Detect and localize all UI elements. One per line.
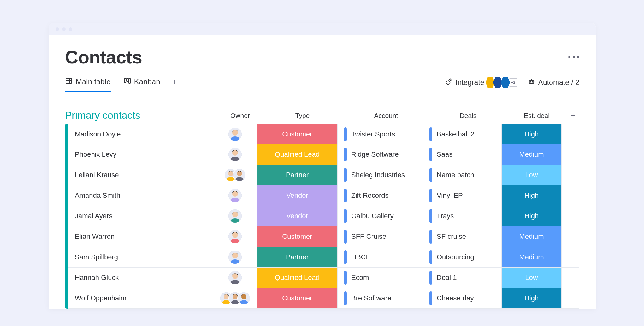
link-indicator-icon	[344, 189, 347, 202]
add-column-button[interactable]: +	[567, 111, 579, 120]
cell-est-deal[interactable]: Medium	[502, 226, 562, 247]
cell-owner[interactable]	[213, 247, 257, 267]
cell-account[interactable]: Bre Software	[338, 288, 424, 308]
tab-main-table[interactable]: Main table	[65, 77, 111, 92]
avatar	[237, 292, 251, 305]
cell-est-deal[interactable]: Low	[502, 165, 562, 185]
contacts-table: Madison DoyleCustomerTwister SportsBaske…	[68, 124, 579, 309]
link-indicator-icon	[429, 209, 432, 223]
table-row[interactable]: Jamal AyersVendorGalbu GalleryTraysHigh	[68, 206, 579, 226]
cell-owner[interactable]	[213, 206, 257, 226]
cell-owner[interactable]	[213, 185, 257, 206]
table-row[interactable]: Amanda SmithVendorZift RecordsVinyl EPHi…	[68, 185, 579, 206]
cell-account[interactable]: Twister Sports	[338, 124, 424, 144]
cell-type[interactable]: Customer	[257, 288, 338, 308]
cell-type[interactable]: Qualified Lead	[257, 144, 338, 165]
avatar	[228, 128, 242, 141]
cell-name[interactable]: Leilani Krause	[68, 165, 213, 185]
table-row[interactable]: Elian WarrenCustomerSFF CruiseSF cruiseM…	[68, 226, 579, 247]
cell-est-deal[interactable]: High	[502, 206, 562, 226]
cell-deals[interactable]: Basketball 2	[424, 124, 502, 144]
page-title: Contacts	[65, 46, 142, 68]
column-header-deals[interactable]: Deals	[429, 112, 507, 119]
table-row[interactable]: Wolf OppenhaimCustomerBre SoftwareCheese…	[68, 288, 579, 309]
cell-deals[interactable]: Name patch	[424, 165, 502, 185]
cell-deals[interactable]: Deal 1	[424, 268, 502, 288]
tab-kanban[interactable]: Kanban	[123, 77, 160, 92]
cell-type[interactable]: Partner	[257, 165, 338, 185]
cell-deals[interactable]: Saas	[424, 144, 502, 165]
cell-deals[interactable]: Cheese day	[424, 288, 502, 308]
group-title[interactable]: Primary contacts	[65, 110, 140, 121]
link-indicator-icon	[344, 209, 347, 223]
cell-account[interactable]: Zift Records	[338, 185, 424, 206]
cell-owner[interactable]	[213, 165, 257, 185]
column-header-est-deal[interactable]: Est. deal	[507, 112, 567, 119]
cell-est-deal[interactable]: High	[502, 288, 562, 308]
link-indicator-icon	[429, 291, 432, 305]
cell-account[interactable]: Sheleg Industries	[338, 165, 424, 185]
cell-trailing	[562, 247, 579, 267]
table-row[interactable]: Phoenix LevyQualified LeadRidge Software…	[68, 144, 579, 165]
link-indicator-icon	[429, 148, 432, 161]
table-row[interactable]: Hannah GluckQualified LeadEcomDeal 1Low	[68, 268, 579, 288]
cell-type[interactable]: Vendor	[257, 206, 338, 226]
cell-est-deal[interactable]: High	[502, 124, 562, 144]
cell-type[interactable]: Qualified Lead	[257, 268, 338, 288]
cell-type[interactable]: Partner	[257, 247, 338, 267]
integrate-button[interactable]: Integrate +2	[445, 77, 518, 88]
cell-trailing	[562, 165, 579, 185]
cell-deals[interactable]: Trays	[424, 206, 502, 226]
cell-name[interactable]: Amanda Smith	[68, 185, 213, 206]
link-indicator-icon	[344, 250, 347, 264]
cell-name[interactable]: Madison Doyle	[68, 124, 213, 144]
cell-account[interactable]: Ridge Software	[338, 144, 424, 165]
deal-label: Vinyl EP	[437, 191, 463, 200]
cell-owner[interactable]	[213, 144, 257, 165]
cell-type[interactable]: Customer	[257, 226, 338, 247]
cell-owner[interactable]	[213, 226, 257, 247]
account-label: SFF Cruise	[351, 232, 386, 241]
cell-account[interactable]: Galbu Gallery	[338, 206, 424, 226]
cell-name[interactable]: Phoenix Levy	[68, 144, 213, 165]
deal-label: Name patch	[437, 171, 474, 179]
cell-deals[interactable]: Outsourcing	[424, 247, 502, 267]
column-header-owner[interactable]: Owner	[218, 112, 262, 119]
link-indicator-icon	[344, 168, 347, 182]
cell-est-deal[interactable]: Medium	[502, 144, 562, 165]
column-header-account[interactable]: Account	[343, 112, 429, 119]
cell-name[interactable]: Sam Spillberg	[68, 247, 213, 267]
cell-deals[interactable]: SF cruise	[424, 226, 502, 247]
cell-est-deal[interactable]: Low	[502, 268, 562, 288]
cell-deals[interactable]: Vinyl EP	[424, 185, 502, 206]
automate-button[interactable]: Automate / 2	[528, 78, 579, 87]
cell-name[interactable]: Elian Warren	[68, 226, 213, 247]
account-label: Sheleg Industries	[351, 171, 405, 179]
column-header-type[interactable]: Type	[262, 112, 343, 119]
cell-owner[interactable]	[213, 288, 257, 308]
table-row[interactable]: Leilani KrausePartnerSheleg IndustriesNa…	[68, 165, 579, 185]
cell-account[interactable]: Ecom	[338, 268, 424, 288]
integration-badges: +2	[487, 77, 518, 88]
svg-rect-0	[66, 78, 72, 83]
cell-name[interactable]: Hannah Gluck	[68, 268, 213, 288]
cell-type[interactable]: Vendor	[257, 185, 338, 206]
cell-owner[interactable]	[213, 268, 257, 288]
cell-type[interactable]: Customer	[257, 124, 338, 144]
cell-owner[interactable]	[213, 124, 257, 144]
window-dot	[56, 27, 59, 31]
cell-trailing	[562, 206, 579, 226]
avatar	[233, 168, 246, 182]
cell-account[interactable]: HBCF	[338, 247, 424, 267]
table-row[interactable]: Sam SpillbergPartnerHBCFOutsourcingMediu…	[68, 247, 579, 268]
app-window: Contacts Main table Kanban	[49, 23, 596, 309]
more-menu-button[interactable]	[568, 56, 579, 58]
cell-account[interactable]: SFF Cruise	[338, 226, 424, 247]
avatar	[228, 271, 242, 284]
add-view-button[interactable]: +	[173, 78, 177, 91]
cell-name[interactable]: Jamal Ayers	[68, 206, 213, 226]
cell-name[interactable]: Wolf Oppenhaim	[68, 288, 213, 308]
table-row[interactable]: Madison DoyleCustomerTwister SportsBaske…	[68, 124, 579, 144]
cell-est-deal[interactable]: Medium	[502, 247, 562, 267]
cell-est-deal[interactable]: High	[502, 185, 562, 206]
